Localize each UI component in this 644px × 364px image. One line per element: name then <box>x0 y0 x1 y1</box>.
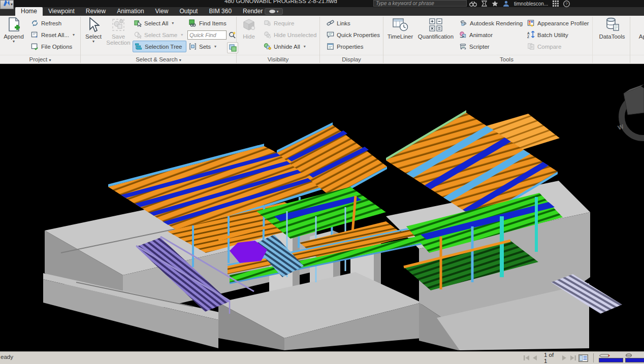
chevron-down-icon: ▾ <box>13 40 15 43</box>
select-button[interactable]: Select ▾ <box>84 16 103 43</box>
ribbon-group-tools: TimeLiner Quantification Autodesk Rend <box>383 16 630 55</box>
tab-animation[interactable]: Animation <box>111 7 149 16</box>
svg-text:A: A <box>527 31 530 35</box>
tab-review[interactable]: Review <box>80 7 111 16</box>
infocenter-search-input[interactable] <box>373 0 467 7</box>
ribbon-toggle-icon <box>269 10 275 13</box>
chevron-down-icon: ▾ <box>92 40 94 43</box>
file-options-button[interactable]: File Options <box>29 41 76 52</box>
select-cursor-icon <box>87 17 100 32</box>
find-items-icon <box>189 19 197 27</box>
sets-icon <box>189 43 197 50</box>
chevron-down-icon: ▾ <box>49 58 51 62</box>
require-icon <box>264 19 271 27</box>
appearance-profiler-button[interactable]: Appearance Profiler <box>526 17 591 29</box>
links-button[interactable]: Links <box>325 17 381 29</box>
viewport-3d-model[interactable]: W <box>0 64 644 351</box>
properties-button[interactable]: Properties <box>325 41 381 52</box>
ribbon-display-toggle[interactable]: ▾ <box>265 8 283 15</box>
signed-in-user[interactable]: timnoblescon... <box>514 1 548 7</box>
tab-view[interactable]: View <box>150 7 174 16</box>
batch-utility-button[interactable]: A Z Batch Utility <box>526 29 591 41</box>
timeliner-button[interactable]: TimeLiner <box>386 16 414 40</box>
group-label-tools: Tools <box>383 55 630 63</box>
compare-icon <box>527 43 535 50</box>
ribbon-tab-row: Home Viewpoint Review Animation View Out… <box>0 7 644 16</box>
appearance-profiler-icon <box>527 19 535 27</box>
require-button[interactable]: Require <box>262 17 318 29</box>
tab-viewpoint[interactable]: Viewpoint <box>43 7 80 16</box>
properties-icon <box>327 43 334 50</box>
refresh-button[interactable]: Refresh <box>29 17 76 29</box>
save-selection-button[interactable]: Save Selection <box>105 16 132 46</box>
hourglass-icon[interactable] <box>481 1 487 7</box>
chevron-down-icon: ▾ <box>277 10 279 14</box>
quantification-button[interactable]: Quantification <box>415 16 457 40</box>
tab-output[interactable]: Output <box>174 7 203 16</box>
chevron-down-icon: ▾ <box>179 58 181 62</box>
animator-icon <box>459 31 467 39</box>
svg-text:?: ? <box>566 2 568 6</box>
first-sheet-button[interactable] <box>523 354 530 362</box>
hide-unselected-button[interactable]: Hide Unselected <box>262 29 318 41</box>
append-button[interactable]: Append ▾ <box>1 16 26 43</box>
hide-icon <box>241 17 256 32</box>
reset-all-button[interactable]: Reset All... ▾ <box>29 29 76 41</box>
binoculars-icon[interactable] <box>469 1 477 7</box>
apps-button[interactable]: App <box>634 16 644 40</box>
file-options-icon <box>31 43 39 50</box>
unhide-all-icon <box>264 43 271 50</box>
tab-home[interactable]: Home <box>15 7 43 16</box>
next-sheet-button[interactable] <box>562 354 568 362</box>
chevron-down-icon: ▾ <box>304 44 306 49</box>
selection-tree-icon <box>135 43 142 50</box>
chevron-down-icon: ▾ <box>11 2 13 7</box>
select-same-button[interactable]: Select Same ▾ <box>133 29 186 41</box>
select-same-icon <box>134 31 142 39</box>
sheet-browser-button[interactable] <box>578 354 588 362</box>
manage-sets-icon <box>229 44 237 52</box>
application-button[interactable]: ▾ <box>0 0 14 9</box>
animator-button[interactable]: Animator <box>458 29 524 41</box>
datatools-button[interactable]: DataTools <box>597 16 627 40</box>
ribbon-group-project: Append ▾ Refresh Reset All... <box>0 16 80 55</box>
hide-unselected-icon <box>264 31 271 39</box>
disk-progress-meter <box>625 353 644 362</box>
hide-button[interactable]: Hide <box>239 16 259 40</box>
reset-all-icon <box>31 31 39 39</box>
datatools-icon <box>604 17 620 33</box>
tab-bim360[interactable]: BIM 360 <box>203 7 237 16</box>
chevron-down-icon: ▾ <box>214 44 216 49</box>
status-message: eady <box>1 354 13 360</box>
tab-render[interactable]: Render <box>237 7 268 16</box>
unhide-all-button[interactable]: Unhide All ▾ <box>262 41 318 52</box>
group-label-select-search[interactable]: Select & Search ▾ <box>81 55 236 63</box>
append-icon <box>6 17 21 33</box>
quick-properties-button[interactable]: Quick Properties <box>325 29 381 41</box>
quick-find-input[interactable] <box>187 30 227 40</box>
scripter-button[interactable]: Scripter <box>458 41 524 52</box>
disk-progress-bar <box>625 358 644 362</box>
star-icon[interactable] <box>492 1 498 7</box>
quick-find-search-icon[interactable] <box>228 30 237 39</box>
previous-sheet-button[interactable] <box>532 354 538 362</box>
quantification-icon <box>428 17 443 32</box>
group-label-project[interactable]: Project ▾ <box>0 55 80 63</box>
find-items-button[interactable]: Find Items <box>187 17 238 29</box>
autodesk-rendering-button[interactable]: Autodesk Rendering <box>458 17 524 29</box>
selection-tree-button[interactable]: Selection Tree <box>133 41 186 52</box>
status-bar: eady 1 of 1 <box>0 351 644 364</box>
compare-button[interactable]: Compare <box>526 41 591 52</box>
group-label-apps <box>630 55 644 63</box>
navisworks-logo-icon <box>2 0 11 8</box>
pencil-progress-meter <box>599 354 623 362</box>
apps-grid-icon[interactable] <box>553 1 559 7</box>
batch-utility-icon: A Z <box>527 31 535 39</box>
select-all-button[interactable]: Select All ▾ <box>133 17 186 29</box>
timeliner-icon <box>392 17 408 32</box>
ribbon-group-apps: App <box>630 16 644 55</box>
ribbon-group-visibility: Hide Require Hide Unselected <box>237 16 319 55</box>
last-sheet-button[interactable] <box>570 354 576 362</box>
user-icon[interactable] <box>503 1 509 7</box>
help-icon[interactable]: ? <box>563 1 570 7</box>
